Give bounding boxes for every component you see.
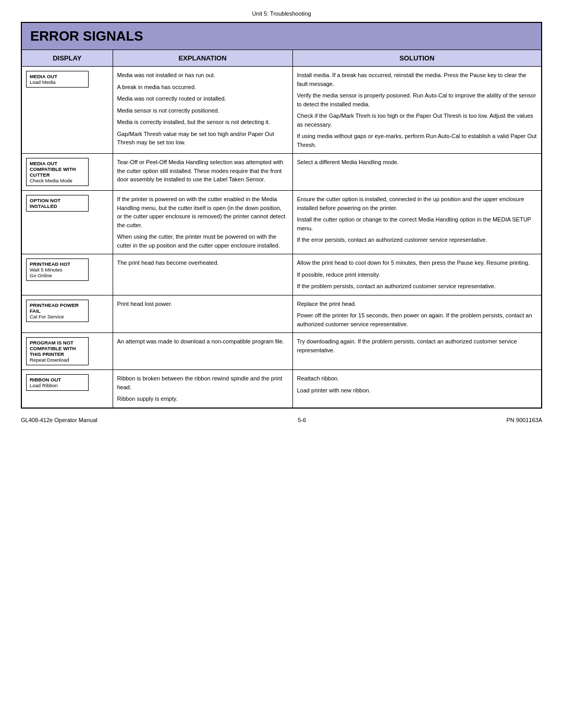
footer-right: PN 9001163A bbox=[507, 417, 543, 423]
solution-para-3-2: If the problem persists, contact an auth… bbox=[297, 282, 537, 291]
solution-para-1-0: Select a different Media Handling mode. bbox=[297, 158, 537, 167]
solution-cell-2: Ensure the cutter option is installed, c… bbox=[292, 191, 542, 254]
explanation-para-6-0: Ribbon is broken between the ribbon rewi… bbox=[117, 374, 288, 391]
explanation-cell-0: Media was not installed or has run out.A… bbox=[113, 67, 292, 154]
solution-para-6-1: Load printer with new ribbon. bbox=[297, 386, 537, 395]
display-sub-label-1: Check Media Mode bbox=[30, 178, 85, 183]
table-row: PRINTHEAD HOTWait 5 Minutes Go OnlineThe… bbox=[21, 254, 542, 295]
footer-left: GL408-412e Operator Manual bbox=[21, 417, 97, 423]
footer-center: 5-6 bbox=[97, 417, 507, 423]
table-row: RIBBON OUTLoad RibbonRibbon is broken be… bbox=[21, 370, 542, 408]
solution-cell-5: Try downloading again. If the problem pe… bbox=[292, 333, 542, 370]
title-row: ERROR SIGNALS bbox=[21, 22, 542, 50]
solution-cell-6: Reattach ribbon.Load printer with new ri… bbox=[292, 370, 542, 408]
display-box-2: OPTION NOT INSTALLED bbox=[26, 195, 89, 212]
explanation-cell-5: An attempt was made to download a non-co… bbox=[113, 333, 292, 370]
solution-para-2-1: Install the cutter option or change to t… bbox=[297, 215, 537, 232]
explanation-cell-1: Tear-Off or Peel-Off Media Handling sele… bbox=[113, 154, 292, 191]
explanation-para-2-0: If the printer is powered on with the cu… bbox=[117, 195, 288, 229]
explanation-para-0-3: Media sensor is not correctly positioned… bbox=[117, 106, 288, 115]
display-cell-1: MEDIA OUT COMPATIBLE WITH CUTTERCheck Me… bbox=[21, 154, 113, 191]
solution-cell-4: Replace the print head.Power off the pri… bbox=[292, 295, 542, 333]
explanation-para-6-1: Ribbon supply is empty. bbox=[117, 394, 288, 403]
display-sub-label-3: Wait 5 Minutes Go Online bbox=[30, 267, 85, 278]
display-cell-6: RIBBON OUTLoad Ribbon bbox=[21, 370, 113, 408]
solution-para-2-0: Ensure the cutter option is installed, c… bbox=[297, 195, 537, 212]
explanation-cell-4: Print head lost power. bbox=[113, 295, 292, 333]
explanation-para-0-4: Media is correctly installed, but the se… bbox=[117, 118, 288, 127]
table-row: PRINTHEAD POWER FAILCal For ServicePrint… bbox=[21, 295, 542, 333]
solution-cell-3: Allow the print head to cool down for 5 … bbox=[292, 254, 542, 295]
page-header: Unit 5: Troubleshooting bbox=[21, 10, 542, 17]
explanation-para-0-0: Media was not installed or has run out. bbox=[117, 71, 288, 80]
solution-para-0-0: Install media. If a break has occurred, … bbox=[297, 71, 537, 88]
explanation-para-4-0: Print head lost power. bbox=[117, 300, 288, 309]
display-cell-2: OPTION NOT INSTALLED bbox=[21, 191, 113, 254]
header-row: Display Explanation Solution bbox=[21, 50, 542, 67]
error-signals-table: ERROR SIGNALS Display Explanation Soluti… bbox=[21, 22, 542, 409]
solution-cell-1: Select a different Media Handling mode. bbox=[292, 154, 542, 191]
solution-para-4-0: Replace the print head. bbox=[297, 300, 537, 309]
table-row: OPTION NOT INSTALLEDIf the printer is po… bbox=[21, 191, 542, 254]
display-box-1: MEDIA OUT COMPATIBLE WITH CUTTERCheck Me… bbox=[26, 158, 89, 186]
solution-para-5-0: Try downloading again. If the problem pe… bbox=[297, 337, 537, 354]
solution-para-3-0: Allow the print head to cool down for 5 … bbox=[297, 258, 537, 267]
solution-para-6-0: Reattach ribbon. bbox=[297, 374, 537, 383]
solution-cell-0: Install media. If a break has occurred, … bbox=[292, 67, 542, 154]
table-row: MEDIA OUT COMPATIBLE WITH CUTTERCheck Me… bbox=[21, 154, 542, 191]
display-box-3: PRINTHEAD HOTWait 5 Minutes Go Online bbox=[26, 258, 89, 281]
solution-para-0-1: Verify the media sensor is properly posi… bbox=[297, 91, 537, 108]
display-main-label-3: PRINTHEAD HOT bbox=[30, 261, 85, 267]
page-footer: GL408-412e Operator Manual 5-6 PN 900116… bbox=[21, 417, 542, 423]
display-main-label-6: RIBBON OUT bbox=[30, 377, 85, 382]
table-row: PROGRAM IS NOT COMPATIBLE WITH THIS PRIN… bbox=[21, 333, 542, 370]
display-main-label-1: MEDIA OUT COMPATIBLE WITH CUTTER bbox=[30, 161, 85, 178]
display-sub-label-5: Repeat Download bbox=[30, 357, 85, 363]
explanation-para-1-0: Tear-Off or Peel-Off Media Handling sele… bbox=[117, 158, 288, 184]
table-title: ERROR SIGNALS bbox=[30, 28, 143, 44]
display-main-label-4: PRINTHEAD POWER FAIL bbox=[30, 302, 85, 314]
solution-para-3-1: If possible, reduce print intensity. bbox=[297, 270, 537, 279]
display-cell-3: PRINTHEAD HOTWait 5 Minutes Go Online bbox=[21, 254, 113, 295]
explanation-para-0-2: Media was not correctly routed or instal… bbox=[117, 94, 288, 103]
solution-para-0-3: If using media without gaps or eye-marks… bbox=[297, 132, 537, 149]
display-main-label-2: OPTION NOT INSTALLED bbox=[30, 198, 85, 209]
display-cell-4: PRINTHEAD POWER FAILCal For Service bbox=[21, 295, 113, 333]
display-main-label-5: PROGRAM IS NOT COMPATIBLE WITH THIS PRIN… bbox=[30, 340, 85, 357]
explanation-para-3-0: The print head has become overheated. bbox=[117, 258, 288, 267]
explanation-cell-2: If the printer is powered on with the cu… bbox=[113, 191, 292, 254]
solution-para-4-1: Power off the printer for 15 seconds, th… bbox=[297, 311, 537, 328]
explanation-para-2-1: When using the cutter, the printer must … bbox=[117, 232, 288, 250]
display-cell-5: PROGRAM IS NOT COMPATIBLE WITH THIS PRIN… bbox=[21, 333, 113, 370]
col-header-display: Display bbox=[21, 50, 113, 67]
explanation-para-0-1: A break in media has occurred. bbox=[117, 83, 288, 92]
table-row: MEDIA OUTLoad MediaMedia was not install… bbox=[21, 67, 542, 154]
solution-para-2-2: If the error persists, contact an author… bbox=[297, 236, 537, 244]
display-sub-label-0: Load Media bbox=[30, 79, 85, 85]
explanation-para-5-0: An attempt was made to download a non-co… bbox=[117, 337, 288, 346]
display-box-0: MEDIA OUTLoad Media bbox=[26, 71, 89, 88]
display-cell-0: MEDIA OUTLoad Media bbox=[21, 67, 113, 154]
display-box-6: RIBBON OUTLoad Ribbon bbox=[26, 374, 89, 391]
col-header-explanation: Explanation bbox=[113, 50, 292, 67]
display-sub-label-4: Cal For Service bbox=[30, 314, 85, 319]
header-text: Unit 5: Troubleshooting bbox=[252, 10, 311, 17]
display-sub-label-6: Load Ribbon bbox=[30, 382, 85, 388]
explanation-cell-3: The print head has become overheated. bbox=[113, 254, 292, 295]
display-box-5: PROGRAM IS NOT COMPATIBLE WITH THIS PRIN… bbox=[26, 337, 89, 365]
explanation-para-0-5: Gap/Mark Thresh value may be set too hig… bbox=[117, 130, 288, 147]
explanation-cell-6: Ribbon is broken between the ribbon rewi… bbox=[113, 370, 292, 408]
display-box-4: PRINTHEAD POWER FAILCal For Service bbox=[26, 300, 89, 322]
display-main-label-0: MEDIA OUT bbox=[30, 73, 85, 79]
solution-para-0-2: Check if the Gap/Mark Threh is too high … bbox=[297, 112, 537, 129]
col-header-solution: Solution bbox=[292, 50, 542, 67]
